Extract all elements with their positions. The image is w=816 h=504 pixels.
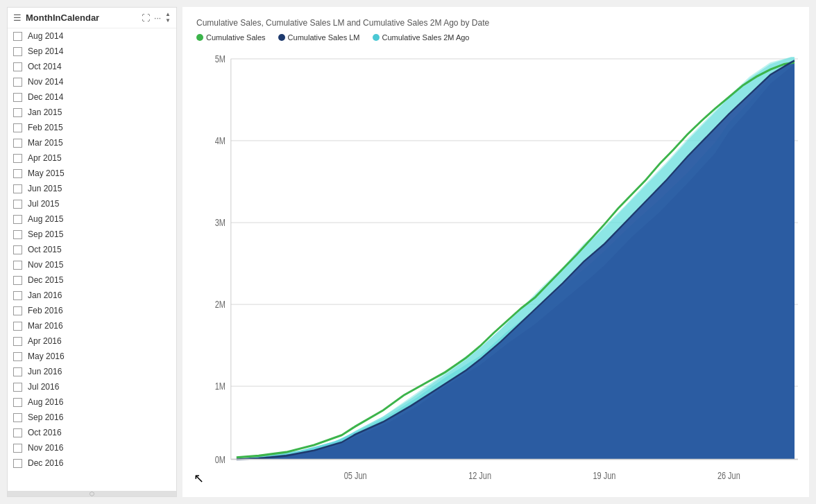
checkbox[interactable] (13, 93, 22, 102)
list-item-label: Mar 2016 (28, 321, 63, 331)
list-item[interactable]: Nov 2015 (8, 257, 176, 272)
checkbox[interactable] (13, 398, 22, 407)
list-item-label: May 2016 (28, 351, 65, 361)
hamburger-icon[interactable]: ☰ (13, 12, 22, 23)
list-item-label: Nov 2014 (28, 77, 63, 87)
chart-legend: Cumulative Sales Cumulative Sales LM Cum… (196, 33, 798, 42)
list-container[interactable]: Aug 2014Sep 2014Oct 2014Nov 2014Dec 2014… (8, 28, 176, 491)
svg-text:26 Jun: 26 Jun (717, 470, 740, 481)
checkbox[interactable] (13, 352, 22, 361)
list-item[interactable]: Oct 2015 (8, 242, 176, 257)
checkbox[interactable] (13, 169, 22, 178)
checkbox[interactable] (13, 337, 22, 346)
list-item-label: Sep 2016 (28, 412, 63, 422)
list-item-label: Jul 2015 (28, 199, 59, 209)
list-item[interactable]: Aug 2015 (8, 211, 176, 227)
list-item[interactable]: Oct 2014 (8, 59, 176, 74)
list-item-label: Jan 2016 (28, 290, 62, 300)
list-item[interactable]: Mar 2016 (8, 318, 176, 333)
list-item-label: Oct 2016 (28, 428, 62, 437)
list-item-label: Dec 2016 (28, 458, 63, 468)
svg-text:4M: 4M (215, 136, 226, 147)
list-item[interactable]: Apr 2016 (8, 333, 176, 349)
list-item-label: Apr 2016 (28, 336, 62, 346)
svg-text:19 Jun: 19 Jun (593, 470, 616, 481)
checkbox[interactable] (13, 215, 22, 224)
checkbox[interactable] (13, 276, 22, 285)
list-item[interactable]: Feb 2016 (8, 303, 176, 318)
legend-label-cumulative-sales-lm: Cumulative Sales LM (288, 33, 360, 42)
list-item-label: Feb 2015 (28, 123, 63, 132)
checkbox[interactable] (13, 413, 22, 422)
checkbox[interactable] (13, 184, 22, 193)
checkbox[interactable] (13, 139, 22, 148)
list-item[interactable]: Sep 2014 (8, 44, 176, 59)
expand-icon[interactable]: ⛶ (142, 13, 150, 23)
checkbox[interactable] (13, 230, 22, 239)
svg-text:0M: 0M (215, 454, 226, 465)
list-item-label: May 2015 (28, 168, 65, 178)
checkbox[interactable] (13, 367, 22, 376)
list-item[interactable]: Sep 2015 (8, 227, 176, 242)
list-item[interactable]: Jul 2015 (8, 196, 176, 211)
list-item[interactable]: May 2015 (8, 166, 176, 181)
list-item[interactable]: Sep 2016 (8, 410, 176, 425)
list-item-label: Sep 2014 (28, 46, 63, 56)
checkbox[interactable] (13, 322, 22, 331)
list-item-label: Aug 2016 (28, 397, 63, 407)
list-item[interactable]: Dec 2016 (8, 455, 176, 471)
checkbox[interactable] (13, 47, 22, 56)
checkbox[interactable] (13, 245, 22, 254)
list-item[interactable]: May 2016 (8, 349, 176, 364)
list-item-label: Jun 2016 (28, 367, 62, 376)
list-item[interactable]: Feb 2015 (8, 120, 176, 135)
checkbox[interactable] (13, 62, 22, 71)
list-item[interactable]: Jun 2015 (8, 181, 176, 196)
list-item[interactable]: Jun 2016 (8, 364, 176, 379)
legend-item-cumulative-sales-lm: Cumulative Sales LM (278, 33, 360, 42)
legend-label-cumulative-sales: Cumulative Sales (206, 33, 266, 42)
list-item[interactable]: Jan 2015 (8, 105, 176, 120)
list-item[interactable]: Aug 2014 (8, 28, 176, 44)
list-item[interactable]: Aug 2016 (8, 394, 176, 410)
list-item[interactable]: Mar 2015 (8, 135, 176, 150)
resize-handle[interactable]: ⬡ (8, 491, 176, 496)
list-item[interactable]: Dec 2015 (8, 272, 176, 288)
checkbox[interactable] (13, 291, 22, 300)
chart-title: Cumulative Sales, Cumulative Sales LM an… (196, 18, 798, 28)
checkbox[interactable] (13, 383, 22, 392)
sort-icons[interactable]: ▲ ▼ (165, 12, 171, 24)
list-item[interactable]: Nov 2016 (8, 440, 176, 455)
checkbox[interactable] (13, 123, 22, 132)
checkbox[interactable] (13, 444, 22, 453)
checkbox[interactable] (13, 32, 22, 41)
list-item-label: Dec 2015 (28, 275, 63, 285)
checkbox[interactable] (13, 261, 22, 270)
list-item[interactable]: Jul 2016 (8, 379, 176, 394)
list-item[interactable]: Nov 2014 (8, 74, 176, 89)
list-item-label: Nov 2016 (28, 443, 63, 453)
chart-area[interactable]: 5M 4M 3M 2M 1M 0M 05 Jun 12 Jun 19 Jun 2… (196, 50, 798, 486)
list-item-label: Jul 2016 (28, 382, 59, 392)
sort-up-icon: ▲ (165, 12, 171, 17)
list-item-label: Jan 2015 (28, 107, 62, 117)
checkbox[interactable] (13, 459, 22, 468)
checkbox[interactable] (13, 306, 22, 315)
panel-title: MonthInCalendar (26, 12, 99, 23)
panel-icons: ⛶ ··· ▲ ▼ (142, 12, 171, 24)
checkbox[interactable] (13, 200, 22, 209)
left-panel: ☰ MonthInCalendar ⛶ ··· ▲ ▼ Aug 2014Sep … (7, 7, 177, 497)
more-icon[interactable]: ··· (154, 13, 161, 23)
list-item[interactable]: Dec 2014 (8, 89, 176, 105)
list-item[interactable]: Oct 2016 (8, 425, 176, 440)
checkbox[interactable] (13, 428, 22, 437)
cursor-indicator: ↖ (194, 471, 204, 486)
legend-dot-cumulative-sales-2m (373, 34, 380, 41)
legend-dot-cumulative-sales-lm (278, 34, 285, 41)
legend-item-cumulative-sales: Cumulative Sales (196, 33, 266, 42)
checkbox[interactable] (13, 108, 22, 117)
checkbox[interactable] (13, 154, 22, 163)
list-item[interactable]: Apr 2015 (8, 150, 176, 166)
checkbox[interactable] (13, 78, 22, 87)
list-item[interactable]: Jan 2016 (8, 288, 176, 303)
